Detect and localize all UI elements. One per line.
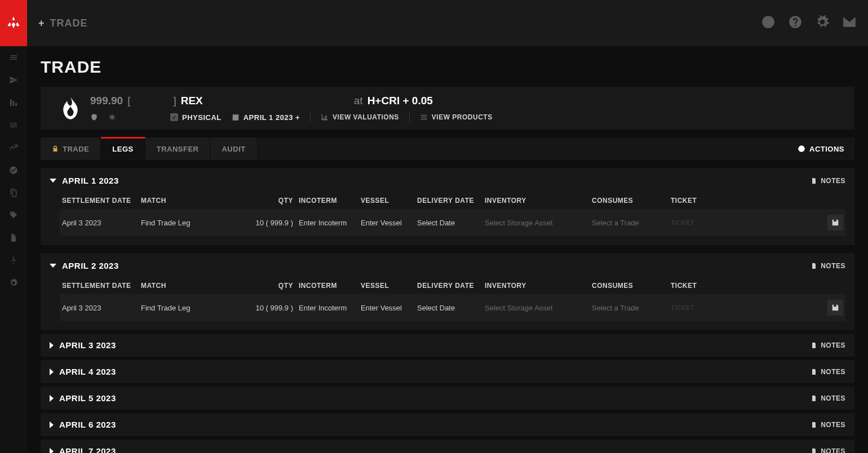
notes-button[interactable]: NOTES bbox=[811, 368, 845, 376]
help-icon[interactable] bbox=[788, 15, 803, 32]
notes-button[interactable]: NOTES bbox=[811, 421, 845, 429]
qty-cell[interactable]: 10 ( 999.9 ) bbox=[248, 219, 293, 227]
notes-button[interactable]: NOTES bbox=[811, 447, 845, 454]
shield-icon[interactable] bbox=[90, 113, 98, 121]
day-title: APRIL 5 2023 bbox=[59, 393, 116, 403]
caret-down-icon bbox=[50, 179, 56, 183]
copy-icon[interactable] bbox=[0, 181, 27, 204]
caret-right-icon bbox=[50, 448, 54, 454]
view-products-button[interactable]: VIEW PRODUCTS bbox=[420, 113, 493, 121]
save-button[interactable] bbox=[827, 300, 843, 316]
day-group: APRIL 2 2023 NOTES SETTLEMENT DATE MATCH… bbox=[41, 253, 854, 330]
caret-down-icon bbox=[50, 264, 56, 268]
delivery-date-cell[interactable]: Select Date bbox=[417, 219, 479, 227]
save-button[interactable] bbox=[827, 215, 843, 230]
summary-code: REX bbox=[181, 95, 203, 107]
day-header[interactable]: APRIL 4 2023 NOTES bbox=[50, 367, 845, 376]
tabs: TRADE LEGS TRANSFER AUDIT ACTIONS bbox=[41, 137, 854, 160]
chevron-circle-icon[interactable] bbox=[761, 15, 776, 32]
day-header[interactable]: APRIL 2 2023 NOTES bbox=[50, 261, 845, 270]
summary-price: H+CRI + 0.05 bbox=[367, 95, 433, 107]
notes-button[interactable]: NOTES bbox=[811, 262, 845, 270]
delivery-date-cell[interactable]: Select Date bbox=[417, 304, 479, 312]
day-title: APRIL 1 2023 bbox=[62, 176, 119, 185]
day-header[interactable]: APRIL 5 2023 NOTES bbox=[50, 393, 845, 403]
day-header[interactable]: APRIL 7 2023 NOTES bbox=[50, 446, 845, 453]
day-title: APRIL 4 2023 bbox=[59, 367, 116, 376]
trend-icon[interactable] bbox=[0, 136, 27, 159]
trade-summary: 999.90 [ ] REX at H+CRI + 0.05 ✓ PHYSICA… bbox=[41, 87, 854, 130]
notes-button[interactable]: NOTES bbox=[811, 341, 845, 349]
app-logo[interactable] bbox=[0, 0, 27, 46]
ticket-cell[interactable]: TICKET bbox=[671, 219, 815, 226]
leg-table-header: SETTLEMENT DATE MATCH QTY INCOTERM VESSE… bbox=[60, 193, 845, 208]
tab-audit[interactable]: AUDIT bbox=[210, 137, 257, 160]
check-circle-icon[interactable] bbox=[0, 159, 27, 181]
day-header[interactable]: APRIL 3 2023 NOTES bbox=[50, 340, 845, 350]
notes-button[interactable]: NOTES bbox=[811, 177, 845, 185]
topbar-add-trade[interactable]: + TRADE bbox=[38, 17, 88, 29]
inventory-cell[interactable]: Select Storage Asset bbox=[485, 304, 586, 312]
content: TRADE 999.90 [ ] REX at H+CRI + 0.05 bbox=[27, 46, 868, 453]
incoterm-cell[interactable]: Enter Incoterm bbox=[299, 219, 355, 227]
settlement-date-cell[interactable]: April 3 2023 bbox=[62, 219, 135, 227]
document-icon bbox=[811, 421, 817, 429]
view-valuations-button[interactable]: VIEW VALUATIONS bbox=[321, 113, 399, 121]
left-rail bbox=[0, 0, 27, 453]
caret-right-icon bbox=[50, 342, 54, 349]
leg-row: April 3 2023 Find Trade Leg 10 ( 999.9 )… bbox=[60, 294, 845, 321]
caret-right-icon bbox=[50, 395, 54, 402]
document-icon bbox=[811, 341, 817, 349]
physical-checkbox[interactable]: ✓ PHYSICAL bbox=[170, 113, 222, 122]
chart-icon[interactable] bbox=[0, 91, 27, 114]
inventory-cell[interactable]: Select Storage Asset bbox=[485, 219, 586, 227]
document-icon bbox=[811, 394, 817, 402]
day-header[interactable]: APRIL 6 2023 NOTES bbox=[50, 420, 845, 429]
tab-legs[interactable]: LEGS bbox=[101, 137, 145, 159]
day-group: APRIL 1 2023 NOTES SETTLEMENT DATE MATCH… bbox=[41, 168, 854, 245]
caret-right-icon bbox=[50, 368, 54, 375]
notes-button[interactable]: NOTES bbox=[811, 394, 845, 402]
ticket-cell[interactable]: TICKET bbox=[671, 304, 815, 311]
settlement-date-cell[interactable]: April 3 2023 bbox=[62, 304, 135, 312]
actions-button[interactable]: ACTIONS bbox=[787, 145, 854, 153]
leg-table-header: SETTLEMENT DATE MATCH QTY INCOTERM VESSE… bbox=[60, 278, 845, 293]
settings-gear-icon[interactable] bbox=[815, 15, 830, 32]
day-title: APRIL 7 2023 bbox=[59, 446, 116, 453]
flame-icon bbox=[51, 97, 90, 119]
document-icon[interactable] bbox=[0, 226, 27, 249]
consumes-cell[interactable]: Select a Trade bbox=[592, 219, 665, 227]
sliders-icon[interactable] bbox=[0, 114, 27, 136]
branch-icon[interactable] bbox=[0, 249, 27, 272]
tab-transfer[interactable]: TRANSFER bbox=[145, 137, 211, 160]
gear-icon[interactable] bbox=[0, 272, 27, 294]
vessel-cell[interactable]: Enter Vessel bbox=[361, 219, 411, 227]
summary-bracket-open: [ bbox=[127, 95, 130, 107]
day-title: APRIL 3 2023 bbox=[59, 340, 116, 350]
match-cell[interactable]: Find Trade Leg bbox=[141, 219, 242, 227]
match-cell[interactable]: Find Trade Leg bbox=[141, 304, 242, 312]
caret-right-icon bbox=[50, 421, 54, 428]
day-group: APRIL 4 2023 NOTES bbox=[41, 360, 854, 383]
day-header[interactable]: APRIL 1 2023 NOTES bbox=[50, 176, 845, 185]
mail-icon[interactable] bbox=[842, 15, 857, 32]
qty-cell[interactable]: 10 ( 999.9 ) bbox=[248, 304, 293, 312]
calendar-icon[interactable]: APRIL 1 2023 + bbox=[232, 113, 300, 122]
incoterm-cell[interactable]: Enter Incoterm bbox=[299, 304, 355, 312]
vessel-cell[interactable]: Enter Vessel bbox=[361, 304, 411, 312]
send-icon[interactable] bbox=[0, 69, 27, 91]
document-icon bbox=[811, 447, 817, 454]
hamburger-icon[interactable] bbox=[0, 46, 27, 69]
tab-trade[interactable]: TRADE bbox=[41, 137, 101, 160]
leg-row: April 3 2023 Find Trade Leg 10 ( 999.9 )… bbox=[60, 209, 845, 236]
day-group: APRIL 6 2023 NOTES bbox=[41, 413, 854, 436]
snowflake-icon[interactable] bbox=[108, 113, 116, 121]
summary-bracket-close: ] bbox=[173, 95, 176, 107]
document-icon bbox=[811, 177, 817, 185]
tag-icon[interactable] bbox=[0, 204, 27, 226]
consumes-cell[interactable]: Select a Trade bbox=[592, 304, 665, 312]
day-title: APRIL 2 2023 bbox=[62, 261, 119, 270]
main-area: + TRADE TRADE 999.90 [ ] REX bbox=[27, 0, 868, 453]
topbar-title: TRADE bbox=[50, 17, 88, 29]
lock-icon bbox=[52, 145, 59, 152]
